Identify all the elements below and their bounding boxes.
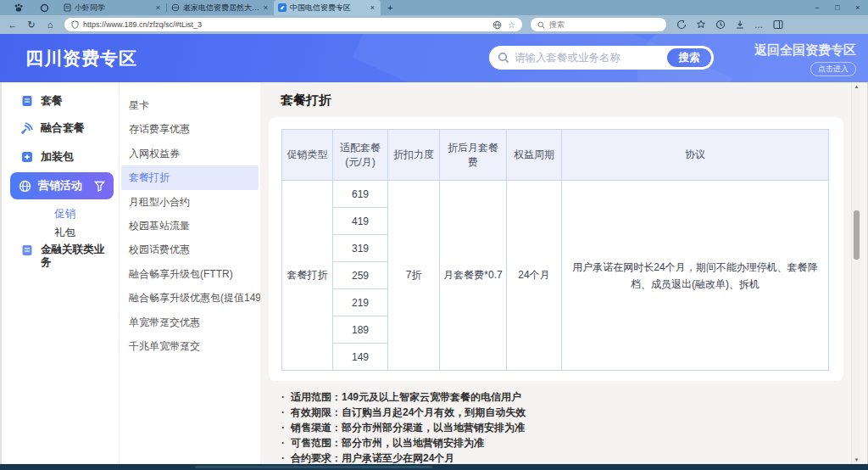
document-icon: [20, 243, 33, 256]
content-scrollbar[interactable]: ▲ ▼: [851, 82, 860, 464]
header-promo-type: 促销类型: [282, 130, 333, 181]
cell-fee: 619: [333, 181, 388, 208]
sidebar-item-packages[interactable]: 套餐: [20, 93, 63, 109]
site-search-button[interactable]: 搜索: [667, 48, 711, 67]
cell-discounted-fee: 月套餐费*0.7: [440, 181, 507, 371]
submenu-item[interactable]: 校园基站流量: [120, 214, 260, 238]
submenu-item[interactable]: 融合畅享升级包(FTTR): [120, 262, 260, 286]
tab-title: 中国电信资费专区: [290, 3, 369, 14]
submenu-item[interactable]: 星卡: [120, 93, 260, 117]
refresh-button[interactable]: ↻: [22, 20, 41, 31]
toolbar-search-box[interactable]: 搜索: [531, 18, 666, 31]
history-icon[interactable]: [715, 20, 726, 30]
address-bar[interactable]: https://www.189.cn/zfzq/sc/#tList_3 ☆: [64, 18, 522, 31]
submenu-item[interactable]: 入网权益券: [120, 142, 260, 165]
browser-toolbar: ← ↻ ⌂ https://www.189.cn/zfzq/sc/#tList_…: [0, 15, 868, 34]
downloads-icon[interactable]: [735, 20, 745, 30]
tab-2-favicon-icon: [171, 3, 180, 12]
scroll-up-arrow[interactable]: ▲: [852, 82, 861, 91]
tab-title: 小虾同学: [75, 3, 154, 14]
more-menu-icon[interactable]: …: [754, 20, 764, 30]
tab-close-icon[interactable]: ×: [262, 3, 270, 12]
main-content: 套餐打折 促销类型 适配套餐(元/月) 折扣力度 折后月套餐费 权益周期 协议: [260, 82, 867, 464]
plus-box-icon: [20, 151, 33, 164]
cell-fee: 319: [333, 235, 388, 262]
workspace-icon[interactable]: [37, 3, 51, 13]
cell-fee: 219: [333, 289, 388, 316]
tab-close-icon[interactable]: ×: [154, 3, 162, 12]
note-item: 适用范围：149元及以上智家云宽带套餐的电信用户: [281, 389, 526, 405]
section-title: 套餐打折: [281, 92, 331, 109]
sidebar-item-addon-packages[interactable]: 加装包: [20, 149, 74, 165]
page-header: 四川资费专区 搜索 返回全国资费专区 点击进入: [0, 34, 868, 82]
submenu-item[interactable]: 校园话费优惠: [120, 238, 260, 261]
sidebar-panel-icon[interactable]: [773, 20, 783, 30]
maximize-button[interactable]: □: [827, 0, 848, 15]
header-agreement: 协议: [562, 130, 829, 181]
sidebar-item-label: 营销活动: [38, 178, 82, 193]
filter-funnel-icon[interactable]: [94, 181, 105, 192]
tab-close-icon[interactable]: ×: [369, 3, 376, 12]
toolbar-action-icons: …: [676, 20, 792, 30]
rate-table-card: 促销类型 适配套餐(元/月) 折扣力度 折后月套餐费 权益周期 协议 套餐打折 …: [269, 117, 843, 381]
site-security-icon[interactable]: [71, 20, 79, 29]
note-item: 可售范围：部分市州，以当地营销安排为准: [281, 435, 526, 450]
close-window-button[interactable]: ×: [848, 0, 868, 15]
cell-fee: 189: [333, 316, 388, 344]
back-button[interactable]: ←: [3, 20, 22, 30]
back-to-national-link[interactable]: 返回全国资费专区: [754, 42, 856, 59]
submenu-item[interactable]: 千兆单宽带趸交: [120, 334, 260, 358]
sidebar-item-label: 套餐: [41, 93, 63, 109]
bottom-window-edge: [0, 464, 868, 470]
submenu-item[interactable]: 存话费享优惠: [120, 117, 260, 141]
toolbar-search-placeholder: 搜索: [549, 20, 565, 31]
favorite-star-icon[interactable]: ☆: [508, 20, 515, 30]
site-search-input[interactable]: [515, 52, 667, 64]
signal-icon: [20, 122, 33, 135]
translate-icon[interactable]: [492, 20, 502, 30]
terms-notes-list: 适用范围：149元及以上智家云宽带套餐的电信用户 有效期限：自订购当月起24个月…: [281, 389, 526, 464]
taskbar-segment: [195, 466, 432, 468]
sidebar-item-converged-packages[interactable]: 融合套餐: [20, 120, 85, 136]
submenu-item-active[interactable]: 套餐打折: [121, 165, 259, 189]
submenu-item[interactable]: 单宽带趸交优惠: [120, 311, 260, 334]
url-text[interactable]: https://www.189.cn/zfzq/sc/#tList_3: [83, 20, 487, 29]
tab-3-favicon-icon: [278, 3, 287, 12]
collections-icon[interactable]: [676, 20, 687, 30]
sidebar-item-label: 融合套餐: [41, 120, 85, 136]
site-search-box: 搜索: [489, 46, 714, 70]
header-benefit-period: 权益周期: [507, 130, 562, 181]
note-item: 销售渠道：部分市州部分渠道，以当地营销安排为准: [281, 420, 526, 435]
sidebar-item-marketing-active[interactable]: 营销活动: [10, 172, 114, 199]
click-enter-badge[interactable]: 点击进入: [810, 62, 856, 76]
scrollbar-thumb[interactable]: [854, 210, 860, 260]
sidebar-item-label: 加装包: [41, 149, 74, 165]
cell-promo-type: 套餐打折: [282, 181, 333, 371]
back-to-national-zone: 返回全国资费专区 点击进入: [754, 42, 856, 76]
browser-tab-2[interactable]: 老家电信资费居然大降价了，可… ×: [167, 0, 274, 15]
table-header-row: 促销类型 适配套餐(元/月) 折扣力度 折后月套餐费 权益周期 协议: [282, 130, 829, 181]
category-sidebar: 套餐 融合套餐 加装包 营销活动 促销 礼包: [0, 82, 119, 464]
tab-1-favicon-icon: [64, 3, 71, 12]
note-item: 合约要求：用户承诺至少在网24个月: [281, 450, 526, 464]
minimize-button[interactable]: −: [807, 0, 827, 15]
sidebar-subitem-giftpack[interactable]: 礼包: [54, 226, 75, 240]
submenu-item[interactable]: 月租型小合约: [120, 190, 260, 214]
sidebar-subitem-promotion[interactable]: 促销: [54, 207, 75, 221]
cell-agreement: 用户承诺在网时长24个月，期间不能办理停机、套餐降档、成员退出(融改单)、拆机: [562, 181, 829, 371]
cell-discount: 7折: [388, 181, 440, 371]
globe-icon: [19, 180, 31, 193]
home-button[interactable]: ⌂: [41, 20, 59, 30]
document-icon: [20, 95, 33, 108]
new-tab-button[interactable]: +: [387, 3, 392, 13]
cell-fee: 419: [333, 208, 388, 235]
browser-tab-1[interactable]: 小虾同学 ×: [59, 0, 166, 15]
browser-logo-icon: [12, 3, 25, 13]
submenu-item[interactable]: 融合畅享升级优惠包(提值149): [120, 286, 260, 310]
scroll-down-arrow[interactable]: ▼: [852, 456, 861, 464]
favorites-bar-icon[interactable]: [696, 20, 706, 30]
search-icon: [498, 52, 509, 64]
sidebar-item-finance-related[interactable]: 金融关联类业务: [20, 243, 108, 269]
cell-fee: 259: [333, 262, 388, 289]
browser-tab-active[interactable]: 中国电信资费专区 ×: [274, 0, 381, 15]
